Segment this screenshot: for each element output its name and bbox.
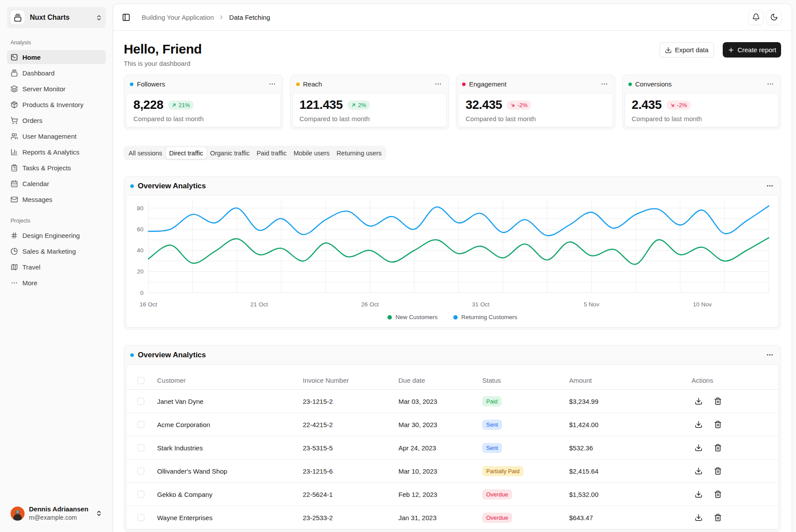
tab-paid-traffic[interactable]: Paid traffic [253,147,290,159]
notifications-button[interactable] [748,10,764,25]
download-icon [665,47,672,54]
table-row: Ollivander's Wand Shop 23-1215-6 Mar 10,… [126,460,778,483]
page-title: Hello, Friend [124,42,660,57]
sidebar-item-tasks-projects[interactable]: Tasks & Projects [7,161,106,175]
ellipsis-icon [11,279,18,287]
cell-due-date: Mar 30, 2023 [398,421,482,428]
stat-menu-button[interactable] [434,79,443,89]
download-row-button[interactable] [692,417,706,431]
sidebar-item-travel[interactable]: Travel [7,260,106,274]
column-header-amount: Amount [569,377,692,384]
stat-value: 121.435 [300,98,343,112]
traffic-tabs: All sessionsDirect trafficOrganic traffi… [124,146,386,160]
table-card-menu-button[interactable] [765,350,774,359]
sidebar-item-reports-analytics[interactable]: Reports & Analytics [7,145,106,159]
svg-text:10 Nov: 10 Nov [693,301,712,308]
download-row-button[interactable] [692,394,706,408]
sidebar-item-more[interactable]: More [7,276,106,290]
status-badge: Partially Paid [482,466,523,476]
download-row-button[interactable] [692,487,706,501]
sidebar-item-user-management[interactable]: User Management [7,129,106,143]
download-icon [695,421,703,428]
sidebar-item-label: Products & Inventory [22,101,83,108]
sidebar-item-design-engineering[interactable]: Design Engineering [7,228,106,242]
stat-title: Reach [303,80,430,88]
team-switcher[interactable]: Nuxt Charts [7,7,106,28]
legend-item-new-customers[interactable]: New Customers [387,314,437,321]
tab-mobile-users[interactable]: Mobile users [290,147,333,159]
sidebar-item-label: Home [22,54,41,61]
row-checkbox[interactable] [137,444,144,451]
stat-menu-button[interactable] [600,79,609,89]
sidebar-item-label: User Management [22,133,76,140]
cell-amount: $1,532.00 [569,491,692,498]
svg-text:16 Oct: 16 Oct [140,301,157,308]
row-checkbox[interactable] [137,421,144,428]
breadcrumb-parent[interactable]: Building Your Application [142,14,214,21]
svg-text:60: 60 [137,226,143,233]
bell-icon [752,13,760,21]
chevron-right-icon [218,14,225,21]
delete-row-button[interactable] [711,394,725,408]
legend-item-returning-customers[interactable]: Returning Customers [453,314,517,321]
sidebar-item-home[interactable]: Home [7,50,106,64]
sidebar-toggle-button[interactable] [120,10,132,24]
sidebar-item-orders[interactable]: Orders [7,113,106,127]
hash-icon [11,232,18,239]
chart-card: Overview Analytics 02040608016 Oct21 Oct… [124,176,781,330]
ellipsis-icon [766,182,774,190]
delete-row-button[interactable] [711,464,725,478]
column-header-status: Status [482,377,569,384]
row-checkbox[interactable] [137,491,144,498]
app-logo [11,11,25,25]
tab-all-sessions[interactable]: All sessions [125,147,166,159]
trash-icon [714,397,722,405]
create-report-button[interactable]: Create report [723,42,781,58]
stat-menu-button[interactable] [268,79,277,89]
chevrons-up-down-icon [96,14,102,21]
stat-value: 32.435 [466,98,502,112]
tab-direct-traffic[interactable]: Direct traffic [166,147,207,159]
sidebar-item-server-monitor[interactable]: Server Monitor [7,82,106,96]
status-badge: Overdue [482,513,512,523]
cell-invoice-number: 22-4215-2 [303,421,398,428]
table-row: Wayne Enterprises 23-2533-2 Jan 31, 2023… [126,506,778,529]
ellipsis-icon [767,80,774,88]
stat-value: 2.435 [632,98,662,112]
legend-label: Returning Customers [461,314,517,321]
stat-dot [130,83,133,86]
sidebar-item-calendar[interactable]: Calendar [7,176,106,191]
download-row-button[interactable] [692,441,706,455]
download-row-button[interactable] [692,464,706,478]
sidebar-item-messages[interactable]: Messages [7,192,106,206]
svg-text:40: 40 [137,247,143,254]
sidebar-item-label: Server Monitor [22,85,65,93]
mail-icon [11,196,18,203]
tab-organic-traffic[interactable]: Organic traffic [207,147,253,159]
delete-row-button[interactable] [711,417,725,431]
sidebar-item-products-inventory[interactable]: Products & Inventory [7,97,106,111]
row-checkbox[interactable] [137,514,144,521]
row-checkbox[interactable] [137,398,144,405]
tab-returning-users[interactable]: Returning users [333,147,385,159]
row-checkbox[interactable] [137,467,144,474]
cell-customer: Acme Corporation [157,421,303,428]
user-menu[interactable]: Dennis Adriaansen m@example.com [7,502,106,525]
stat-dot [462,83,466,86]
download-row-button[interactable] [692,510,706,525]
stat-menu-button[interactable] [766,79,775,89]
dark-mode-button[interactable] [766,10,782,25]
chart-card-menu-button[interactable] [765,181,774,191]
trending-down-icon [670,102,675,108]
stats-row: Followers 8,228 21% Compared to last mon… [124,75,781,129]
delete-row-button[interactable] [711,441,725,455]
delete-row-button[interactable] [711,510,725,525]
export-data-button[interactable]: Export data [660,42,714,58]
cell-customer: Gekko & Company [157,491,303,498]
delete-row-button[interactable] [711,487,725,501]
sidebar-item-dashboard[interactable]: Dashboard [7,66,106,80]
svg-text:0: 0 [140,290,143,296]
select-all-checkbox[interactable] [137,377,144,384]
stat-note: Compared to last month [466,115,606,123]
sidebar-item-sales-marketing[interactable]: Sales & Marketing [7,244,106,258]
